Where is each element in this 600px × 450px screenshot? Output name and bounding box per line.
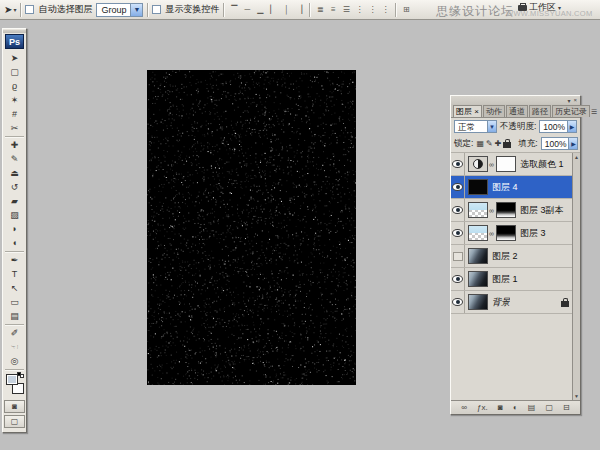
- healing-brush-tool[interactable]: ✚: [3, 138, 26, 152]
- workspace-menu[interactable]: 工作区 ▾: [518, 1, 561, 14]
- layer-name: 选取颜色 1: [520, 158, 564, 171]
- crop-tool[interactable]: #: [3, 107, 26, 121]
- foreground-color-swatch[interactable]: [6, 374, 18, 385]
- toolbox-drag-handle[interactable]: [3, 30, 26, 33]
- layer-style-icon[interactable]: ƒx.: [477, 404, 488, 412]
- visibility-toggle[interactable]: [451, 222, 465, 244]
- eraser-tool[interactable]: ▰: [3, 194, 26, 208]
- lock-pixels-icon[interactable]: ✎: [486, 139, 493, 148]
- visibility-toggle[interactable]: [451, 153, 465, 175]
- brush-tool[interactable]: ✎: [3, 152, 26, 166]
- lock-transparency-icon[interactable]: ▦: [476, 139, 484, 148]
- tab-通道[interactable]: 通道: [506, 105, 528, 117]
- layer-row[interactable]: ∞图层 3副本: [451, 199, 572, 222]
- blend-mode-select[interactable]: 正常 ▼: [454, 120, 497, 133]
- layer-mask-thumbnail: [496, 156, 516, 172]
- visibility-toggle[interactable]: [451, 291, 465, 313]
- scroll-up-icon[interactable]: ▲: [574, 154, 579, 160]
- visibility-toggle[interactable]: [451, 199, 465, 221]
- new-adjustment-layer-icon[interactable]: ◐: [513, 404, 518, 412]
- tab-路径[interactable]: 路径: [529, 105, 551, 117]
- align-left-icon[interactable]: ▏: [267, 3, 279, 16]
- collapse-panel-icon[interactable]: ▾: [567, 97, 570, 104]
- visibility-toggle[interactable]: [451, 268, 465, 290]
- panel-menu-icon[interactable]: ☰: [591, 108, 598, 117]
- tab-图层[interactable]: 图层 ×: [453, 105, 482, 117]
- shape-tool[interactable]: ▭: [3, 295, 26, 309]
- tab-动作[interactable]: 动作: [483, 105, 505, 117]
- magic-wand-tool[interactable]: ✶: [3, 93, 26, 107]
- hidden-visibility-box: [453, 252, 463, 261]
- align-bottom-icon[interactable]: ▁: [254, 3, 266, 16]
- dodge-tool[interactable]: ◖: [3, 236, 26, 250]
- lock-all-icon[interactable]: [503, 142, 511, 148]
- distribute-left-icon[interactable]: ⋮: [353, 3, 365, 16]
- lock-row: 锁定: ▦ ✎ ✚ 填充: 100% ▶: [451, 135, 580, 152]
- align-horizontal-center-icon[interactable]: │: [280, 3, 292, 16]
- distribute-vertical-center-icon[interactable]: ≡: [327, 3, 339, 16]
- move-tool[interactable]: ➤: [3, 51, 26, 65]
- zoom-tool[interactable]: ◎: [3, 354, 26, 368]
- default-colors-icon[interactable]: [17, 372, 24, 378]
- move-tool-preset[interactable]: ➤ ▾: [4, 4, 16, 15]
- delete-layer-icon[interactable]: ⊟: [563, 404, 570, 412]
- divider: [395, 3, 396, 17]
- document-canvas[interactable]: [147, 70, 356, 385]
- divider: [223, 3, 224, 17]
- distribute-top-icon[interactable]: ≣: [314, 3, 326, 16]
- path-selection-tool[interactable]: ↖: [3, 281, 26, 295]
- distribute-horizontal-center-icon[interactable]: ⋮: [366, 3, 378, 16]
- blend-mode-row: 正常 ▼ 不透明度: 100% ▶: [451, 118, 580, 135]
- layer-row[interactable]: ∞图层 3: [451, 222, 572, 245]
- clone-stamp-tool[interactable]: ⏏: [3, 166, 26, 180]
- new-layer-icon[interactable]: ▢: [545, 404, 553, 412]
- history-brush-tool[interactable]: ↺: [3, 180, 26, 194]
- notes-tool[interactable]: ▤: [3, 309, 26, 323]
- type-tool[interactable]: T: [3, 267, 26, 281]
- align-vertical-center-icon[interactable]: ─: [241, 3, 253, 16]
- eye-icon: [452, 229, 463, 237]
- layer-row[interactable]: 图层 4: [451, 176, 572, 199]
- fill-input[interactable]: 100% ▶: [541, 137, 579, 150]
- align-top-icon[interactable]: ▔: [228, 3, 240, 16]
- chevron-down-icon: ▼: [487, 121, 496, 132]
- group-select[interactable]: Group ▼: [96, 3, 143, 17]
- blur-tool[interactable]: ◗: [3, 222, 26, 236]
- tab-历史记录[interactable]: 历史记录: [552, 105, 590, 117]
- pen-tool[interactable]: ✒: [3, 253, 26, 267]
- opacity-input[interactable]: 100% ▶: [539, 120, 577, 133]
- new-group-icon[interactable]: ▤: [528, 404, 536, 412]
- auto-select-checkbox[interactable]: [25, 5, 34, 14]
- visibility-toggle[interactable]: [451, 245, 465, 267]
- eye-icon: [452, 206, 463, 214]
- layer-row[interactable]: ∞选取颜色 1: [451, 153, 572, 176]
- layer-name: 背景: [492, 296, 510, 309]
- photoshop-logo[interactable]: Ps: [5, 34, 24, 49]
- link-layers-icon[interactable]: ∞: [461, 404, 467, 412]
- close-panel-icon[interactable]: ×: [573, 97, 577, 103]
- visibility-toggle[interactable]: [451, 176, 465, 198]
- eyedropper-tool[interactable]: ✐: [3, 326, 26, 340]
- scrollbar[interactable]: ▲ ▼: [572, 153, 580, 400]
- show-transform-checkbox[interactable]: [152, 5, 161, 14]
- slice-tool[interactable]: ✂: [3, 121, 26, 135]
- marquee-tool[interactable]: ▢: [3, 65, 26, 79]
- auto-align-layers-button[interactable]: ⊞: [400, 3, 412, 16]
- hand-tool[interactable]: ☜: [3, 340, 26, 354]
- lasso-tool[interactable]: ϱ: [3, 79, 26, 93]
- lock-position-icon[interactable]: ✚: [495, 139, 502, 148]
- quick-mask-button[interactable]: ◙: [4, 400, 25, 413]
- scroll-down-icon[interactable]: ▼: [574, 393, 579, 399]
- fill-label: 填充:: [518, 138, 537, 150]
- align-right-icon[interactable]: ▕: [293, 3, 305, 16]
- distribute-bottom-icon[interactable]: ☰: [340, 3, 352, 16]
- layer-row[interactable]: 图层 1: [451, 268, 572, 291]
- gradient-tool[interactable]: ▨: [3, 208, 26, 222]
- distribute-right-icon[interactable]: ⋮: [379, 3, 391, 16]
- screen-mode-button[interactable]: ▢: [4, 415, 25, 428]
- layer-row[interactable]: 背景: [451, 291, 572, 314]
- eye-icon: [452, 275, 463, 283]
- lock-label: 锁定:: [454, 138, 473, 150]
- layer-row[interactable]: 图层 2: [451, 245, 572, 268]
- add-layer-mask-icon[interactable]: ◙: [498, 404, 503, 412]
